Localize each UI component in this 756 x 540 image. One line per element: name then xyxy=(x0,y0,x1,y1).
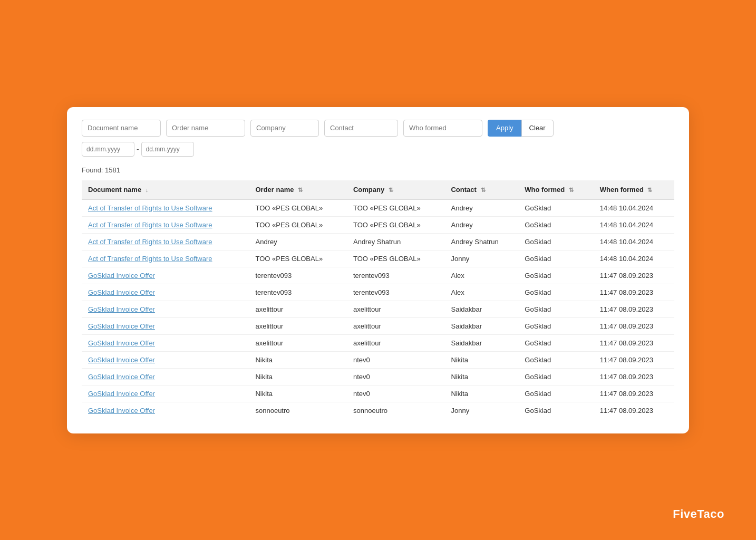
action-buttons: Apply Clear xyxy=(488,120,554,137)
doc-name-link[interactable]: GoSklad Invoice Offer xyxy=(88,272,155,279)
cell-doc-name[interactable]: GoSklad Invoice Offer xyxy=(82,317,249,334)
doc-name-link[interactable]: GoSklad Invoice Offer xyxy=(88,339,155,347)
sort-doc-name-icon[interactable]: ↓ xyxy=(146,187,149,193)
table-row: Act of Transfer of Rights to Use Softwar… xyxy=(82,199,674,217)
cell-who-formed: GoSklad xyxy=(518,233,593,250)
cell-who-formed: GoSklad xyxy=(518,301,593,317)
cell-company: TOO «PES GLOBAL» xyxy=(347,199,445,217)
col-contact[interactable]: Contact ⇅ xyxy=(444,180,518,199)
cell-doc-name[interactable]: GoSklad Invoice Offer xyxy=(82,351,249,368)
table-row: GoSklad Invoice OfferNikitantev0NikitaGo… xyxy=(82,351,674,368)
doc-name-link[interactable]: GoSklad Invoice Offer xyxy=(88,305,155,313)
cell-doc-name[interactable]: GoSklad Invoice Offer xyxy=(82,334,249,351)
cell-doc-name[interactable]: GoSklad Invoice Offer xyxy=(82,402,249,419)
cell-doc-name[interactable]: GoSklad Invoice Offer xyxy=(82,368,249,385)
cell-contact: Jonny xyxy=(444,250,518,267)
logo-five: Five xyxy=(673,507,697,520)
col-company[interactable]: Company ⇅ xyxy=(347,180,445,199)
cell-when-formed: 11:47 08.09.2023 xyxy=(594,284,674,301)
cell-company: axelittour xyxy=(347,334,445,351)
cell-company: terentev093 xyxy=(347,267,445,284)
cell-contact: Andrey xyxy=(444,199,518,217)
col-document-name[interactable]: Document name ↓ xyxy=(82,180,249,199)
cell-when-formed: 11:47 08.09.2023 xyxy=(594,402,674,419)
cell-when-formed: 11:47 08.09.2023 xyxy=(594,317,674,334)
logo-taco: Taco xyxy=(697,507,724,520)
cell-order-name: axelittour xyxy=(249,334,347,351)
cell-doc-name[interactable]: Act of Transfer of Rights to Use Softwar… xyxy=(82,199,249,217)
contact-input[interactable] xyxy=(324,120,398,137)
col-who-formed[interactable]: Who formed ⇅ xyxy=(518,180,593,199)
cell-doc-name[interactable]: GoSklad Invoice Offer xyxy=(82,301,249,317)
cell-doc-name[interactable]: GoSklad Invoice Offer xyxy=(82,284,249,301)
date-to-input[interactable] xyxy=(141,142,194,157)
found-label: Found: 1581 xyxy=(82,166,674,174)
cell-company: sonnoeutro xyxy=(347,402,445,419)
apply-button[interactable]: Apply xyxy=(488,120,522,137)
sort-when-formed-icon[interactable]: ⇅ xyxy=(647,187,652,194)
col-when-formed[interactable]: When formed ⇅ xyxy=(594,180,674,199)
doc-name-link[interactable]: GoSklad Invoice Offer xyxy=(88,288,155,296)
clear-button[interactable]: Clear xyxy=(521,120,554,137)
document-name-input[interactable] xyxy=(82,120,161,137)
table-row: GoSklad Invoice Offerterentev093terentev… xyxy=(82,267,674,284)
cell-doc-name[interactable]: Act of Transfer of Rights to Use Softwar… xyxy=(82,250,249,267)
who-formed-input[interactable] xyxy=(403,120,482,137)
order-name-input[interactable] xyxy=(166,120,245,137)
cell-doc-name[interactable]: Act of Transfer of Rights to Use Softwar… xyxy=(82,216,249,233)
doc-name-link[interactable]: GoSklad Invoice Offer xyxy=(88,373,155,381)
doc-name-link[interactable]: GoSklad Invoice Offer xyxy=(88,407,155,414)
cell-who-formed: GoSklad xyxy=(518,334,593,351)
cell-doc-name[interactable]: GoSklad Invoice Offer xyxy=(82,385,249,402)
table-row: GoSklad Invoice OfferNikitantev0NikitaGo… xyxy=(82,385,674,402)
cell-order-name: Andrey xyxy=(249,233,347,250)
cell-order-name: Nikita xyxy=(249,351,347,368)
sort-order-name-icon[interactable]: ⇅ xyxy=(298,187,303,194)
date-row: - xyxy=(82,142,674,157)
sort-contact-icon[interactable]: ⇅ xyxy=(481,187,486,194)
table-row: Act of Transfer of Rights to Use Softwar… xyxy=(82,233,674,250)
cell-order-name: TOO «PES GLOBAL» xyxy=(249,250,347,267)
col-order-name[interactable]: Order name ⇅ xyxy=(249,180,347,199)
cell-company: TOO «PES GLOBAL» xyxy=(347,216,445,233)
cell-order-name: terentev093 xyxy=(249,284,347,301)
cell-contact: Nikita xyxy=(444,351,518,368)
cell-who-formed: GoSklad xyxy=(518,368,593,385)
cell-when-formed: 11:47 08.09.2023 xyxy=(594,351,674,368)
table-row: GoSklad Invoice OfferNikitantev0NikitaGo… xyxy=(82,368,674,385)
cell-doc-name[interactable]: Act of Transfer of Rights to Use Softwar… xyxy=(82,233,249,250)
cell-contact: Saidakbar xyxy=(444,334,518,351)
cell-order-name: sonnoeutro xyxy=(249,402,347,419)
doc-name-link[interactable]: Act of Transfer of Rights to Use Softwar… xyxy=(88,221,212,229)
cell-when-formed: 11:47 08.09.2023 xyxy=(594,385,674,402)
sort-company-icon[interactable]: ⇅ xyxy=(389,187,393,194)
cell-who-formed: GoSklad xyxy=(518,216,593,233)
cell-who-formed: GoSklad xyxy=(518,317,593,334)
cell-contact: Alex xyxy=(444,267,518,284)
doc-name-link[interactable]: GoSklad Invoice Offer xyxy=(88,390,155,398)
company-input[interactable] xyxy=(250,120,319,137)
doc-name-link[interactable]: Act of Transfer of Rights to Use Softwar… xyxy=(88,255,212,263)
cell-company: ntev0 xyxy=(347,368,445,385)
cell-doc-name[interactable]: GoSklad Invoice Offer xyxy=(82,267,249,284)
cell-when-formed: 11:47 08.09.2023 xyxy=(594,267,674,284)
cell-order-name: TOO «PES GLOBAL» xyxy=(249,199,347,217)
cell-when-formed: 14:48 10.04.2024 xyxy=(594,199,674,217)
doc-name-link[interactable]: Act of Transfer of Rights to Use Softwar… xyxy=(88,238,212,246)
cell-contact: Jonny xyxy=(444,402,518,419)
doc-name-link[interactable]: Act of Transfer of Rights to Use Softwar… xyxy=(88,204,212,212)
table-row: GoSklad Invoice Offerterentev093terentev… xyxy=(82,284,674,301)
table-row: GoSklad Invoice Offeraxelittouraxelittou… xyxy=(82,317,674,334)
doc-name-link[interactable]: GoSklad Invoice Offer xyxy=(88,356,155,364)
doc-name-link[interactable]: GoSklad Invoice Offer xyxy=(88,322,155,330)
cell-order-name: TOO «PES GLOBAL» xyxy=(249,216,347,233)
date-from-input[interactable] xyxy=(82,142,134,157)
cell-company: ntev0 xyxy=(347,385,445,402)
cell-order-name: terentev093 xyxy=(249,267,347,284)
cell-when-formed: 11:47 08.09.2023 xyxy=(594,301,674,317)
cell-when-formed: 14:48 10.04.2024 xyxy=(594,250,674,267)
table-row: GoSklad Invoice Offeraxelittouraxelittou… xyxy=(82,334,674,351)
sort-who-formed-icon[interactable]: ⇅ xyxy=(569,187,574,194)
cell-company: axelittour xyxy=(347,317,445,334)
cell-who-formed: GoSklad xyxy=(518,284,593,301)
